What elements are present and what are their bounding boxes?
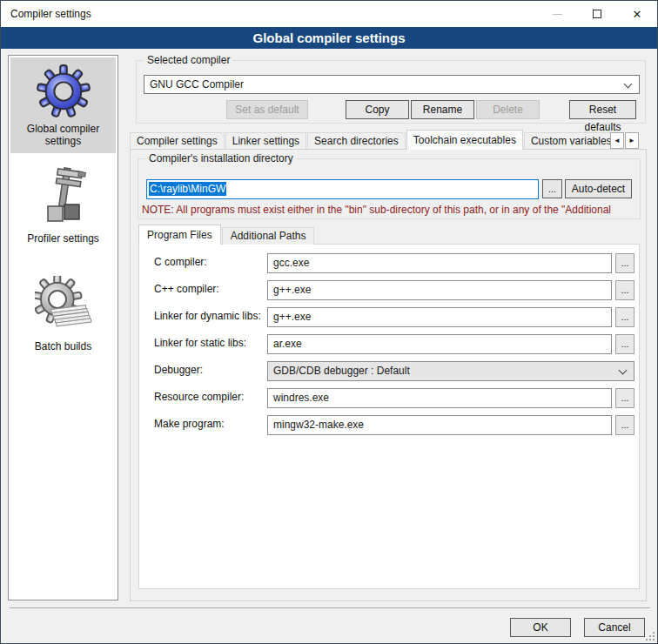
sidebar-item-global-compiler-settings[interactable]: Global compiler settings xyxy=(10,57,116,153)
auto-detect-button[interactable]: Auto-detect xyxy=(565,179,632,198)
caliper-icon xyxy=(12,164,114,232)
close-button[interactable]: ✕ xyxy=(617,1,657,27)
tab-linker-settings[interactable]: Linker settings xyxy=(225,132,306,150)
maximize-button[interactable] xyxy=(577,1,617,27)
field-row-static-linker: Linker for static libs: ar.exe ... xyxy=(139,334,639,354)
set-as-default-button[interactable]: Set as default xyxy=(226,100,308,119)
footer-divider xyxy=(10,607,650,608)
tab-search-directories[interactable]: Search directories xyxy=(307,132,406,150)
minimize-icon xyxy=(553,14,562,15)
gear-blue-icon xyxy=(12,62,114,123)
selected-compiler-group: Selected compiler GNU GCC Compiler Set a… xyxy=(136,60,646,124)
compiler-select[interactable]: GNU GCC Compiler xyxy=(144,75,640,94)
selected-text: C:\raylib\MinGW xyxy=(149,182,226,196)
field-label: Debugger: xyxy=(154,364,203,376)
tab-additional-paths[interactable]: Additional Paths xyxy=(222,227,315,245)
copy-button[interactable]: Copy xyxy=(346,100,409,119)
tab-scroll-arrows: ◄ ► xyxy=(610,132,640,149)
sidebar-item-label: Profiler settings xyxy=(12,232,114,245)
gear-stack-icon xyxy=(12,274,114,340)
installation-directory-input[interactable]: C:\raylib\MinGW xyxy=(146,179,539,199)
field-label: C compiler: xyxy=(154,256,207,268)
reset-defaults-button[interactable]: Reset defaults xyxy=(569,100,636,119)
group-label: Compiler's installation directory xyxy=(145,152,297,164)
field-row-dynamic-linker: Linker for dynamic libs: g++.exe ... xyxy=(139,307,639,327)
compiler-select-value: GNU GCC Compiler xyxy=(150,78,244,91)
browse-button[interactable]: ... xyxy=(615,280,634,300)
sidebar-item-label: Global compiler settings xyxy=(12,123,114,147)
tab-scroll-right-icon[interactable]: ► xyxy=(625,132,639,149)
resize-grip[interactable] xyxy=(645,631,655,641)
tab-compiler-settings[interactable]: Compiler settings xyxy=(130,132,225,150)
field-label: Resource compiler: xyxy=(154,391,244,403)
tab-scroll-left-icon[interactable]: ◄ xyxy=(610,132,624,149)
field-label: Linker for dynamic libs: xyxy=(154,310,261,322)
program-files-panel: C compiler: gcc.exe ... C++ compiler: g+… xyxy=(138,244,640,589)
rename-button[interactable]: Rename xyxy=(411,100,474,119)
dynamic-linker-input[interactable]: g++.exe xyxy=(267,307,612,327)
field-label: Make program: xyxy=(154,418,225,430)
field-row-debugger: Debugger: GDB/CDB debugger : Default xyxy=(139,361,639,381)
cancel-button[interactable]: Cancel xyxy=(584,618,645,637)
sidebar: Global compiler settings Profiler settin… xyxy=(8,55,118,600)
group-label: Selected compiler xyxy=(144,54,233,66)
titlebar: Compiler settings ✕ xyxy=(1,1,657,27)
delete-button[interactable]: Delete xyxy=(476,100,540,119)
installation-directory-group: Compiler's installation directory C:\ray… xyxy=(138,158,641,219)
minimize-button[interactable] xyxy=(537,1,577,27)
bin-subdirectory-note: NOTE: All programs must exist either in … xyxy=(142,204,640,216)
tab-toolchain-executables[interactable]: Toolchain executables xyxy=(406,130,523,150)
resource-compiler-input[interactable]: windres.exe xyxy=(267,388,612,408)
close-icon: ✕ xyxy=(633,9,642,20)
field-row-make-program: Make program: mingw32-make.exe ... xyxy=(139,415,639,435)
program-files-tabstrip: Program Files Additional Paths xyxy=(138,225,315,245)
field-label: C++ compiler: xyxy=(154,283,219,295)
sidebar-item-label: Batch builds xyxy=(12,340,114,352)
chevron-down-icon xyxy=(619,366,628,375)
browse-button[interactable]: ... xyxy=(615,388,634,408)
compiler-settings-dialog: Compiler settings ✕ Global compiler sett… xyxy=(0,0,658,644)
browse-button[interactable]: ... xyxy=(615,253,634,273)
page-title: Global compiler settings xyxy=(1,27,657,49)
tab-program-files[interactable]: Program Files xyxy=(138,225,221,245)
ok-button[interactable]: OK xyxy=(510,618,571,637)
browse-button[interactable]: ... xyxy=(615,334,634,354)
field-row-c-compiler: C compiler: gcc.exe ... xyxy=(139,253,639,273)
debugger-select-value: GDB/CDB debugger : Default xyxy=(273,365,410,377)
make-program-input[interactable]: mingw32-make.exe xyxy=(267,415,612,435)
debugger-select[interactable]: GDB/CDB debugger : Default xyxy=(267,361,634,381)
field-row-resource-compiler: Resource compiler: windres.exe ... xyxy=(139,388,639,408)
settings-tabstrip: Compiler settings Linker settings Search… xyxy=(130,130,610,150)
field-row-cpp-compiler: C++ compiler: g++.exe ... xyxy=(139,280,639,300)
browse-button[interactable]: ... xyxy=(615,415,634,435)
chevron-down-icon xyxy=(624,80,633,89)
c-compiler-input[interactable]: gcc.exe xyxy=(267,253,612,273)
browse-button[interactable]: ... xyxy=(615,307,634,327)
sidebar-item-batch-builds[interactable]: Batch builds xyxy=(10,270,116,359)
static-linker-input[interactable]: ar.exe xyxy=(267,334,612,354)
field-label: Linker for static libs: xyxy=(154,337,246,349)
sidebar-item-profiler-settings[interactable]: Profiler settings xyxy=(10,160,116,251)
browse-directory-button[interactable]: ... xyxy=(542,179,562,198)
cpp-compiler-input[interactable]: g++.exe xyxy=(267,280,612,300)
maximize-icon xyxy=(593,10,601,18)
tab-custom-variables[interactable]: Custom variables xyxy=(524,132,610,150)
window-title: Compiler settings xyxy=(10,1,91,27)
